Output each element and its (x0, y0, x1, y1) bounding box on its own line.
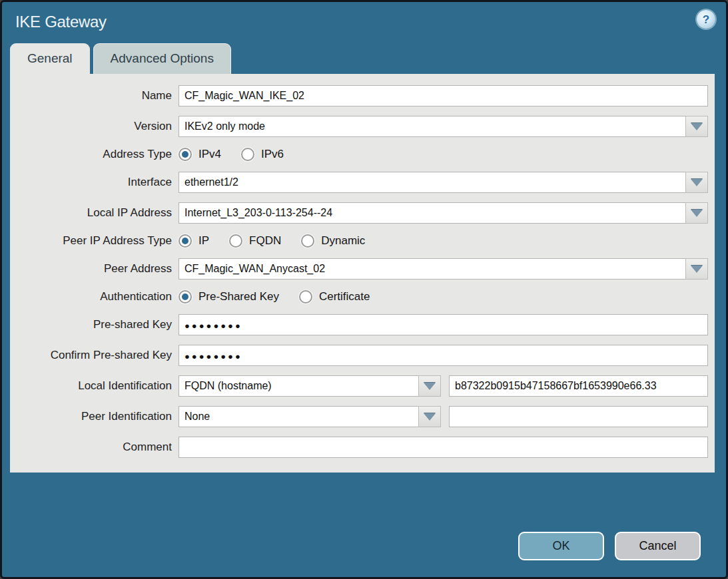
chevron-down-icon (691, 123, 703, 130)
chevron-down-icon (424, 413, 436, 421)
peer-address-dropdown-button[interactable] (685, 258, 708, 280)
dialog-titlebar: IKE Gateway ? (2, 2, 726, 42)
name-label: Name (10, 89, 179, 102)
pre-shared-key-row: Pre-shared Key (10, 314, 708, 335)
dialog-footer: OK Cancel (2, 532, 726, 577)
radio-dynamic-circle[interactable] (301, 234, 314, 248)
peer-identification-type-value[interactable] (179, 406, 418, 427)
interface-dropdown-button[interactable] (685, 172, 708, 193)
interface-row: Interface (10, 172, 708, 193)
local-identification-type-dropdown[interactable] (179, 375, 441, 397)
authentication-row: Authentication Pre-Shared Key Certificat… (10, 289, 708, 305)
radio-pre-shared-key-circle[interactable] (179, 290, 192, 303)
dialog-title: IKE Gateway (15, 13, 713, 31)
peer-identification-row: Peer Identification (10, 406, 708, 427)
confirm-pre-shared-key-label: Confirm Pre-shared Key (10, 349, 179, 362)
peer-ip-address-type-label: Peer IP Address Type (10, 234, 179, 248)
pre-shared-key-input[interactable] (179, 314, 708, 335)
version-dropdown-button[interactable] (685, 116, 708, 137)
radio-certificate-circle[interactable] (299, 290, 312, 303)
local-identification-dropdown-button[interactable] (418, 375, 441, 397)
local-identification-id-input[interactable] (449, 375, 708, 397)
radio-ipv6-label: IPv6 (261, 148, 284, 161)
radio-pre-shared-key[interactable]: Pre-Shared Key (179, 290, 279, 303)
peer-identification-id-input[interactable] (449, 406, 708, 427)
cancel-button[interactable]: Cancel (615, 532, 701, 560)
radio-ipv4-label: IPv4 (198, 148, 221, 161)
authentication-radio-group: Pre-Shared Key Certificate (179, 289, 370, 305)
peer-identification-label: Peer Identification (10, 410, 179, 423)
radio-fqdn[interactable]: FQDN (229, 234, 281, 248)
peer-identification-type-dropdown[interactable] (179, 406, 441, 427)
peer-address-row: Peer Address (10, 258, 708, 280)
ok-button[interactable]: OK (518, 532, 604, 560)
name-input[interactable] (179, 85, 708, 106)
version-dropdown[interactable] (179, 116, 708, 137)
radio-certificate-label: Certificate (319, 290, 370, 303)
address-type-row: Address Type IPv4 IPv6 (10, 146, 708, 162)
chevron-down-icon (691, 266, 703, 273)
interface-dropdown[interactable] (179, 172, 708, 193)
radio-ip-circle[interactable] (179, 234, 192, 248)
local-identification-row: Local Identification (10, 375, 708, 397)
help-icon-glyph: ? (703, 14, 709, 25)
version-label: Version (10, 120, 179, 133)
radio-ip[interactable]: IP (179, 234, 209, 248)
tab-advanced-options[interactable]: Advanced Options (93, 43, 231, 74)
local-ip-address-label: Local IP Address (10, 206, 179, 220)
radio-dynamic-label: Dynamic (321, 234, 365, 248)
general-tab-panel: Name Version Address Type (10, 74, 715, 473)
peer-identification-dropdown-button[interactable] (418, 406, 441, 427)
tab-bar: General Advanced Options (10, 42, 726, 74)
version-value[interactable] (179, 116, 685, 137)
pre-shared-key-label: Pre-shared Key (10, 318, 179, 331)
local-ip-address-row: Local IP Address (10, 202, 708, 224)
interface-label: Interface (10, 176, 179, 189)
peer-address-label: Peer Address (10, 262, 179, 276)
version-row: Version (10, 116, 708, 137)
local-identification-label: Local Identification (10, 379, 179, 393)
address-type-radio-group: IPv4 IPv6 (179, 146, 284, 162)
peer-address-dropdown[interactable] (179, 258, 708, 280)
confirm-pre-shared-key-input[interactable] (179, 345, 708, 366)
address-type-label: Address Type (10, 148, 179, 161)
interface-value[interactable] (179, 172, 685, 193)
radio-certificate[interactable]: Certificate (299, 290, 370, 303)
radio-ipv4[interactable]: IPv4 (179, 148, 221, 161)
comment-row: Comment (10, 437, 708, 458)
tab-general[interactable]: General (10, 43, 90, 74)
radio-fqdn-circle[interactable] (229, 234, 242, 248)
local-ip-address-dropdown-button[interactable] (685, 202, 708, 224)
radio-ip-label: IP (198, 234, 209, 248)
local-identification-type-value[interactable] (179, 375, 418, 397)
radio-ipv6-circle[interactable] (241, 148, 254, 161)
name-row: Name (10, 85, 708, 106)
authentication-label: Authentication (10, 290, 179, 303)
local-ip-address-dropdown[interactable] (179, 202, 708, 224)
radio-dynamic[interactable]: Dynamic (301, 234, 365, 248)
peer-ip-address-type-radio-group: IP FQDN Dynamic (179, 233, 365, 249)
chevron-down-icon (691, 210, 703, 217)
help-icon[interactable]: ? (697, 10, 715, 29)
confirm-pre-shared-key-row: Confirm Pre-shared Key (10, 345, 708, 366)
radio-fqdn-label: FQDN (249, 234, 281, 248)
radio-ipv4-circle[interactable] (179, 148, 192, 161)
chevron-down-icon (424, 383, 436, 390)
comment-input[interactable] (179, 437, 708, 458)
peer-ip-address-type-row: Peer IP Address Type IP FQDN Dynamic (10, 233, 708, 249)
ike-gateway-dialog: IKE Gateway ? General Advanced Options N… (0, 0, 728, 579)
radio-pre-shared-key-label: Pre-Shared Key (198, 290, 279, 303)
radio-ipv6[interactable]: IPv6 (241, 148, 284, 161)
peer-address-value[interactable] (179, 258, 685, 280)
local-ip-address-value[interactable] (179, 202, 685, 224)
chevron-down-icon (691, 179, 703, 186)
comment-label: Comment (10, 441, 179, 454)
